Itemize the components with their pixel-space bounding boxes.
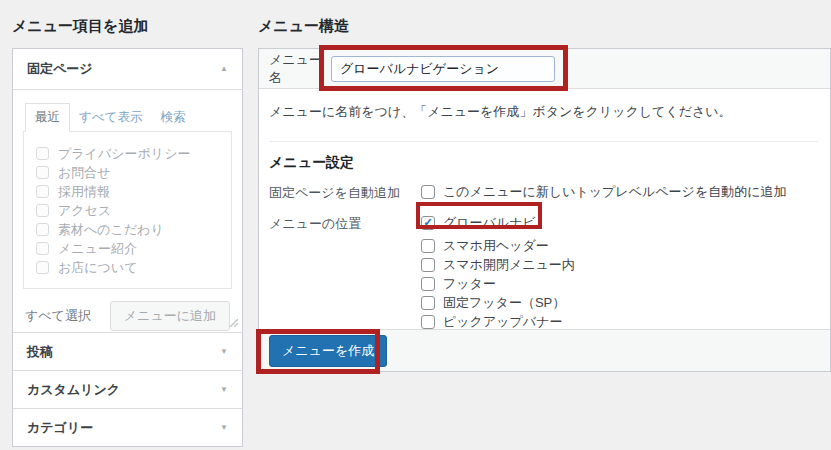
menu-name-input[interactable]	[331, 56, 555, 82]
auto-add-checkbox-row[interactable]: ✓ このメニューに新しいトップレベルページを自動的に追加	[421, 184, 786, 199]
position-option-footer[interactable]: ✓ フッター	[421, 276, 575, 291]
tab-search[interactable]: 検索	[151, 104, 194, 131]
chevron-down-icon: ▼	[220, 424, 228, 432]
position-option-sp-header[interactable]: ✓ スマホ用ヘッダー	[421, 238, 575, 253]
position-option-fixed-footer-sp[interactable]: ✓ 固定フッター（SP）	[421, 295, 575, 310]
menu-name-label: メニュー名	[269, 51, 331, 87]
checkbox-disabled-icon	[36, 147, 49, 160]
page-item-label: アクセス	[58, 202, 111, 220]
checkbox-disabled-icon	[36, 185, 49, 198]
position-option-label: 固定フッター（SP）	[443, 295, 565, 310]
checkbox-unchecked-icon: ✓	[421, 296, 435, 310]
accordion-header-pages[interactable]: 固定ページ ▲	[13, 49, 242, 89]
checkbox-checked-icon: ✓	[421, 216, 435, 230]
position-option-sp-toggle-menu[interactable]: ✓ スマホ開閉メニュー内	[421, 257, 575, 272]
menu-structure-heading: メニュー構造	[258, 15, 831, 36]
position-option-label: フッター	[443, 276, 496, 291]
page-checklist-item: 採用情報	[24, 182, 231, 201]
position-option-label: グローバルナビ	[443, 215, 536, 230]
accordion-section-categories: カテゴリー ▼	[13, 408, 242, 446]
menu-position-options: ✓ グローバルナビ ✓ スマホ用ヘッダー ✓ スマホ開閉メニュー内 ✓	[421, 215, 575, 329]
checkbox-unchecked-icon: ✓	[421, 185, 435, 199]
page-item-label: 素材へのこだわり	[58, 221, 164, 239]
chevron-up-icon: ▲	[220, 65, 228, 73]
menu-settings-heading: メニュー設定	[269, 154, 818, 172]
page-checklist-item: プライバシーポリシー	[24, 144, 231, 163]
accordion-section-custom-links: カスタムリンク ▼	[13, 370, 242, 408]
accordion-header-custom-links-label: カスタムリンク	[27, 381, 120, 399]
checkbox-unchecked-icon: ✓	[421, 258, 435, 272]
menu-position-label: メニューの位置	[269, 215, 421, 329]
pages-section-body: 最近 すべて表示 検索 プライバシーポリシー お問合せ 採用情報	[13, 89, 242, 332]
page-item-label: お問合せ	[58, 164, 111, 182]
checkbox-unchecked-icon: ✓	[421, 315, 435, 329]
chevron-down-icon: ▼	[220, 348, 228, 356]
add-menu-items-column: メニュー項目を追加 固定ページ ▲ 最近 すべて表示 検索 プライバシーポリシー	[12, 0, 243, 447]
tab-view-all[interactable]: すべて表示	[70, 104, 151, 131]
checkbox-disabled-icon	[36, 204, 49, 217]
auto-add-option-label: このメニューに新しいトップレベルページを自動的に追加	[443, 184, 786, 199]
page-checklist-item: 素材へのこだわり	[24, 220, 231, 239]
page-checklist-item: メニュー紹介	[24, 239, 231, 258]
menu-panel-footer: メニューを作成	[259, 329, 830, 371]
page-item-label: 採用情報	[58, 183, 110, 201]
page-item-label: メニュー紹介	[58, 240, 137, 258]
checkbox-unchecked-icon: ✓	[421, 277, 435, 291]
menu-edit-panel: メニュー名 メニューに名前をつけ、「メニューを作成」ボタンをクリックしてください…	[258, 48, 831, 372]
menu-position-row: メニューの位置 ✓ グローバルナビ ✓ スマホ用ヘッダー ✓ スマホ開閉メニュー	[269, 215, 818, 329]
chevron-down-icon: ▼	[220, 386, 228, 394]
page-checklist-item: アクセス	[24, 201, 231, 220]
accordion-header-posts[interactable]: 投稿 ▼	[13, 333, 242, 370]
page-checklist-item: お問合せ	[24, 163, 231, 182]
checkbox-disabled-icon	[36, 166, 49, 179]
auto-add-label: 固定ページを自動追加	[269, 184, 421, 203]
select-all-link: すべて選択	[25, 307, 91, 325]
checkbox-unchecked-icon: ✓	[421, 239, 435, 253]
pages-section-footer: すべて選択 メニューに追加	[23, 301, 232, 331]
pages-checklist: プライバシーポリシー お問合せ 採用情報 アクセス	[23, 131, 232, 289]
position-option-label: ピックアップバナー	[443, 314, 562, 329]
position-option-label: スマホ用ヘッダー	[443, 238, 549, 253]
page-item-label: お店について	[58, 259, 138, 277]
add-menu-items-heading: メニュー項目を追加	[12, 15, 243, 36]
accordion-header-custom-links[interactable]: カスタムリンク ▼	[13, 371, 242, 408]
checkbox-disabled-icon	[36, 242, 49, 255]
accordion-header-posts-label: 投稿	[27, 343, 53, 361]
section-divider	[269, 141, 818, 142]
accordion-header-pages-label: 固定ページ	[27, 60, 93, 78]
pages-tabs: 最近 すべて表示 検索	[25, 102, 232, 131]
position-option-global-nav[interactable]: ✓ グローバルナビ	[421, 215, 575, 230]
position-option-label: スマホ開閉メニュー内	[443, 257, 575, 272]
tab-recent[interactable]: 最近	[25, 103, 70, 132]
checkbox-disabled-icon	[36, 223, 49, 236]
auto-add-row: 固定ページを自動追加 ✓ このメニューに新しいトップレベルページを自動的に追加	[269, 184, 818, 203]
create-menu-button[interactable]: メニューを作成	[269, 335, 387, 367]
page-checklist-item: お店について	[24, 258, 231, 277]
accordion-header-categories-label: カテゴリー	[27, 419, 93, 437]
add-menu-items-accordion: 固定ページ ▲ 最近 すべて表示 検索 プライバシーポリシー お問合せ	[12, 48, 243, 447]
resize-handle[interactable]	[228, 315, 238, 330]
checkbox-disabled-icon	[36, 261, 49, 274]
instruction-text: メニューに名前をつけ、「メニューを作成」ボタンをクリックしてください。	[269, 103, 818, 121]
page-item-label: プライバシーポリシー	[58, 145, 190, 163]
add-to-menu-button: メニューに追加	[110, 301, 230, 331]
menu-structure-column: メニュー構造 メニュー名 メニューに名前をつけ、「メニューを作成」ボタンをクリッ…	[258, 0, 831, 372]
accordion-section-posts: 投稿 ▼	[13, 332, 242, 370]
menu-panel-body: メニューに名前をつけ、「メニューを作成」ボタンをクリックしてください。 メニュー…	[259, 89, 830, 329]
nav-menus-screen: メニュー項目を追加 固定ページ ▲ 最近 すべて表示 検索 プライバシーポリシー	[0, 0, 831, 450]
menu-name-row: メニュー名	[259, 49, 830, 89]
position-option-pickup-banner[interactable]: ✓ ピックアップバナー	[421, 314, 575, 329]
accordion-header-categories[interactable]: カテゴリー ▼	[13, 409, 242, 446]
